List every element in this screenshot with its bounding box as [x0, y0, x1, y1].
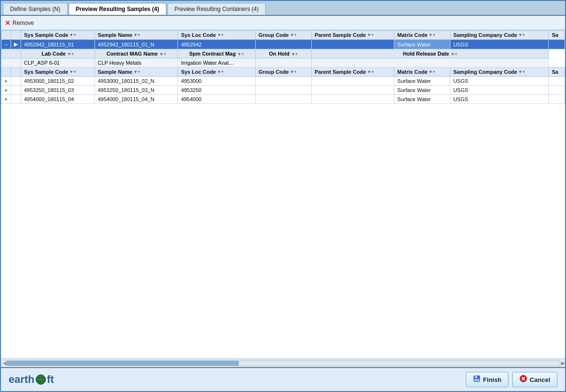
- col-sampling-company-code-2: Sampling Company Code ▼+: [450, 68, 549, 77]
- filter-icon-matrix-code[interactable]: ▼+: [428, 33, 435, 37]
- col-sys-sample-code-2: Sys Sample Code ▼+: [21, 68, 95, 77]
- cell-group-code-4: [255, 95, 311, 104]
- content-area: Sys Sample Code ▼+ Sample Name ▼+: [1, 30, 565, 367]
- filter-icon-parent-sample-code[interactable]: ▼+: [367, 33, 374, 37]
- filter-icon-sys-sample-code-2[interactable]: ▼+: [69, 69, 76, 74]
- expand-toggle-4[interactable]: +: [1, 95, 11, 104]
- cell-matrix-code-3: Surface Water: [394, 86, 450, 95]
- sub-cell-on-hold: [255, 58, 311, 68]
- filter-icon-contract-mag-name[interactable]: ▼+: [159, 52, 166, 57]
- scrollbar-track[interactable]: [6, 360, 560, 366]
- cell-sampling-company-code-4: USGS: [450, 95, 549, 104]
- cell-sys-sample-code-2: 4953000_180115_02: [21, 77, 95, 86]
- remove-button[interactable]: ✕ Remove: [5, 19, 34, 27]
- scroll-right-arrow[interactable]: ►: [560, 360, 564, 367]
- brand-logo: earth ft: [9, 373, 54, 386]
- row-arrow-3: [11, 86, 21, 95]
- filter-icon-sys-loc-code-2[interactable]: ▼+: [217, 69, 224, 74]
- col-sys-loc-code: Sys Loc Code ▼+: [178, 31, 255, 40]
- cell-parent-sample-code-2: [311, 77, 394, 86]
- row-arrow-2: [11, 77, 21, 86]
- scroll-left-arrow[interactable]: ◄: [2, 360, 6, 367]
- cancel-button[interactable]: Cancel: [512, 372, 557, 387]
- filter-icon-group-code[interactable]: ▼+: [290, 33, 296, 37]
- tab-preview-containers[interactable]: Preview Resulting Containers (4): [167, 3, 266, 15]
- filter-icon-spm-contract-mag[interactable]: ▼+: [237, 52, 244, 57]
- table-row-4[interactable]: + 4954000_180115_04 4954000_180115_04_N …: [1, 95, 565, 104]
- brand-text-earth: earth: [9, 373, 35, 386]
- table-row-3[interactable]: + 4953250_180115_03 4953250_180115_03_N …: [1, 86, 565, 95]
- svg-rect-5: [475, 376, 477, 378]
- expand-toggle-2[interactable]: +: [1, 77, 11, 86]
- table-row-2[interactable]: + 4953000_180115_02 4953000_180115_02_N …: [1, 77, 565, 86]
- col-group-code-2: Group Code ▼+: [255, 68, 311, 77]
- filter-icon-sys-sample-code[interactable]: ▼+: [69, 33, 76, 37]
- filter-icon-sys-loc-code[interactable]: ▼+: [217, 33, 224, 37]
- expand-toggle-3[interactable]: +: [1, 86, 11, 95]
- svg-rect-6: [474, 379, 479, 381]
- expand-col-header: [1, 31, 11, 40]
- cell-matrix-code-2: Surface Water: [394, 77, 450, 86]
- filter-icon-sampling-company-code-2[interactable]: ▼+: [518, 69, 525, 74]
- tab-bar: Define Samples (N) Preview Resulting Sam…: [1, 1, 565, 16]
- tab-define-samples[interactable]: Define Samples (N): [3, 3, 68, 15]
- cell-sampling-company-code-2: USGS: [450, 77, 549, 86]
- filter-icon-group-code-2[interactable]: ▼+: [290, 69, 296, 74]
- cell-group-code-3: [255, 86, 311, 95]
- horizontal-scrollbar-area: ◄ ►: [1, 358, 565, 367]
- cancel-icon: [519, 375, 527, 384]
- sub-cell-spm-contract-mag: Irrigation Water Anal...: [178, 58, 255, 68]
- cell-sys-loc-code-4: 4954000: [178, 95, 255, 104]
- cell-sys-sample-code-3: 4953250_180115_03: [21, 86, 95, 95]
- sub-col-on-hold: On Hold ▼+: [255, 49, 311, 58]
- cell-sample-name-1: 4952942_180115_01_N: [94, 40, 178, 49]
- cell-sample-name-4: 4954000_180115_04_N: [94, 95, 178, 104]
- cell-matrix-code-4: Surface Water: [394, 95, 450, 104]
- col-sys-sample-code: Sys Sample Code ▼+: [21, 31, 95, 40]
- scrollbar-thumb[interactable]: [6, 361, 239, 366]
- filter-icon-parent-sample-code-2[interactable]: ▼+: [367, 69, 374, 74]
- table-row-expanded[interactable]: − ▶ 4952942_180115_01 4952942_180115_01_…: [1, 40, 565, 49]
- tab-preview-samples[interactable]: Preview Resulting Samples (4): [69, 3, 166, 15]
- cell-parent-sample-code-4: [311, 95, 394, 104]
- cell-sys-sample-code-1: 4952942_180115_01: [21, 40, 95, 49]
- filter-icon-sample-name-2[interactable]: ▼+: [133, 69, 140, 74]
- cell-sa-1: [549, 40, 565, 49]
- cell-parent-sample-code-1: [311, 40, 394, 49]
- finish-button[interactable]: Finish: [466, 372, 508, 387]
- filter-icon-sample-name[interactable]: ▼+: [133, 33, 140, 37]
- sub-col-lab-code: Lab Code ▼+: [21, 49, 95, 58]
- footer-buttons: Finish Cancel: [466, 372, 557, 387]
- sub-header-row: Lab Code ▼+ Contract MAG Name ▼+: [1, 49, 565, 58]
- grid-container[interactable]: Sys Sample Code ▼+ Sample Name ▼+: [1, 30, 565, 358]
- filter-icon-lab-code[interactable]: ▼+: [67, 52, 74, 57]
- second-header-row: Sys Sample Code ▼+ Sample Name ▼+: [1, 68, 565, 77]
- col-group-code: Group Code ▼+: [255, 31, 311, 40]
- expand-toggle[interactable]: −: [1, 40, 11, 49]
- cell-group-code-2: [255, 77, 311, 86]
- globe-icon: [35, 374, 46, 385]
- cell-matrix-code-1: Surface Water: [394, 40, 450, 49]
- col-sample-name: Sample Name ▼+: [94, 31, 178, 40]
- col-matrix-code: Matrix Code ▼+: [394, 31, 450, 40]
- cell-sample-name-2: 4953000_180115_02_N: [94, 77, 178, 86]
- filter-icon-sampling-company-code[interactable]: ▼+: [518, 33, 525, 37]
- col-sa-2: Sa: [549, 68, 565, 77]
- filter-icon-matrix-code-2[interactable]: ▼+: [428, 69, 435, 74]
- row-arrow: ▶: [11, 40, 21, 49]
- col-parent-sample-code: Parent Sample Code ▼+: [311, 31, 394, 40]
- cell-parent-sample-code-3: [311, 86, 394, 95]
- cell-sys-sample-code-4: 4954000_180115_04: [21, 95, 95, 104]
- cell-sa-4: [549, 95, 565, 104]
- cell-sys-loc-code-3: 4953250: [178, 86, 255, 95]
- col-sampling-company-code: Sampling Company Code ▼+: [450, 31, 549, 40]
- filter-icon-hold-release-date[interactable]: ▼+: [450, 52, 457, 57]
- cell-sampling-company-code-3: USGS: [450, 86, 549, 95]
- sub-col-contract-mag-name: Contract MAG Name ▼+: [94, 49, 178, 58]
- cell-sampling-company-code-1: USGS: [450, 40, 549, 49]
- filter-icon-on-hold[interactable]: ▼+: [291, 52, 298, 57]
- sub-cell-lab-code: CLP_ASP 6-01: [21, 58, 95, 68]
- main-window: Define Samples (N) Preview Resulting Sam…: [0, 0, 566, 392]
- cell-sys-loc-code-1: 4952942: [178, 40, 255, 49]
- sub-col-hold-release-date: Hold Release Date ▼+: [311, 49, 548, 58]
